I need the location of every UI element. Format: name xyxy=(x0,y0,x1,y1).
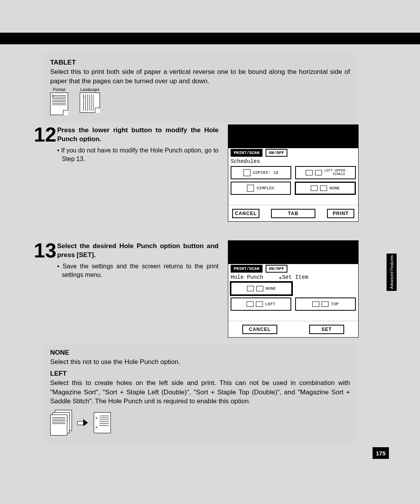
tablet-heading: TABLET xyxy=(50,59,350,66)
step-12-number: 12 xyxy=(34,124,57,164)
stack-icon xyxy=(50,410,72,436)
lcd-screen-12: PRINT/SCAN ON/OFF Schedules COPIES: 10 L… xyxy=(228,124,359,222)
left-illustration xyxy=(50,410,350,436)
step-12-bullet: • If you do not have to modify the Hole … xyxy=(57,146,219,164)
arrow-icon xyxy=(77,419,88,426)
lcd13-cancel-button[interactable]: CANCEL xyxy=(242,325,277,334)
copies-icon xyxy=(243,169,250,176)
header-black-bar xyxy=(0,33,420,44)
lcd13-title-left: Hole Punch xyxy=(231,274,263,280)
lcd12-tab-button[interactable]: TAB xyxy=(271,209,315,218)
landscape-label: Landscape xyxy=(80,88,100,92)
punch-icon xyxy=(320,186,327,191)
lcd12-staple-button[interactable]: LEFT-UPPER SINGLE xyxy=(295,166,356,179)
lcd12-simplex-label: SIMPLEX xyxy=(256,186,274,191)
step-13-title: Select the desired Hole Punch option but… xyxy=(57,242,219,260)
lcd12-print-button[interactable]: PRINT xyxy=(327,209,354,218)
option-left-body: Select this to create holes on the left … xyxy=(50,378,350,406)
step-13-bullet: • Save the settings and the screen retur… xyxy=(57,262,219,280)
punched-sheet-icon xyxy=(94,412,111,433)
hole-punch-options-box: NONE Select this not to use the Hole Pun… xyxy=(43,343,355,443)
punch-left-icon xyxy=(247,301,254,307)
lcd12-staple-label: LEFT-UPPER SINGLE xyxy=(324,169,345,176)
punch-left-icon xyxy=(256,301,263,307)
lcd12-cancel-button[interactable]: CANCEL xyxy=(232,209,259,218)
orientation-row: Portrait 1 Landscape 1 xyxy=(50,88,350,115)
lcd13-none-label: NONE xyxy=(266,286,276,291)
lcd12-none-button[interactable]: NONE xyxy=(295,182,356,195)
lcd13-title-right: Set Item xyxy=(282,274,308,280)
portrait-label: Portrait xyxy=(53,88,65,92)
portrait-icon: 1 xyxy=(50,93,68,115)
punch-icon xyxy=(311,186,318,191)
option-none-heading: NONE xyxy=(50,349,350,357)
staple-icon xyxy=(306,170,313,175)
simplex-icon xyxy=(247,185,254,192)
lcd12-simplex-button[interactable]: SIMPLEX xyxy=(231,182,291,195)
lcd13-left-button[interactable]: LEFT xyxy=(231,298,291,311)
punch-top-icon xyxy=(312,301,319,307)
lcd12-title: Schedules xyxy=(228,158,358,164)
lcd13-left-label: LEFT xyxy=(265,302,275,306)
step-12-title: Press the lower right button to modify t… xyxy=(57,126,219,144)
page-number: 175 xyxy=(373,447,389,459)
punch-none-icon xyxy=(256,286,263,291)
tablet-info-box: TABLET Select this to print both side of… xyxy=(43,53,355,122)
lcd12-tab-printscan[interactable]: PRINT/SCAN xyxy=(231,149,262,157)
punch-top-icon xyxy=(322,301,329,307)
lcd-screen-13: PRINT/SCAN ON/OFF Hole Punch Set Item NO… xyxy=(228,240,359,338)
lcd13-tab-onoff[interactable]: ON/OFF xyxy=(266,265,287,273)
side-tab-advanced-features: Advanced Features xyxy=(387,254,397,291)
lcd13-none-button[interactable]: NONE xyxy=(231,282,292,295)
tablet-body: Select this to print both side of paper … xyxy=(50,67,350,86)
lcd13-set-button[interactable]: SET xyxy=(309,325,344,334)
punch-none-icon xyxy=(247,286,254,291)
lcd13-top-button[interactable]: TOP xyxy=(295,298,356,311)
lcd12-copies-button[interactable]: COPIES: 10 xyxy=(231,166,291,179)
lcd13-top-label: TOP xyxy=(331,302,339,306)
option-left-heading: LEFT xyxy=(50,370,350,378)
lcd12-none-label: NONE xyxy=(329,186,340,191)
landscape-icon: 1 xyxy=(80,93,100,113)
lcd12-copies-value: 10 xyxy=(273,170,278,175)
lcd12-tab-onoff[interactable]: ON/OFF xyxy=(266,149,287,157)
lcd12-copies-label: COPIES: xyxy=(253,170,271,175)
lcd13-tab-printscan[interactable]: PRINT/SCAN xyxy=(231,265,262,273)
lcd13-title: Hole Punch Set Item xyxy=(228,273,358,280)
step-13-number: 13 xyxy=(34,240,57,280)
staple-icon xyxy=(315,170,322,175)
option-none-body: Select this not to use the Hole Punch op… xyxy=(50,357,350,367)
